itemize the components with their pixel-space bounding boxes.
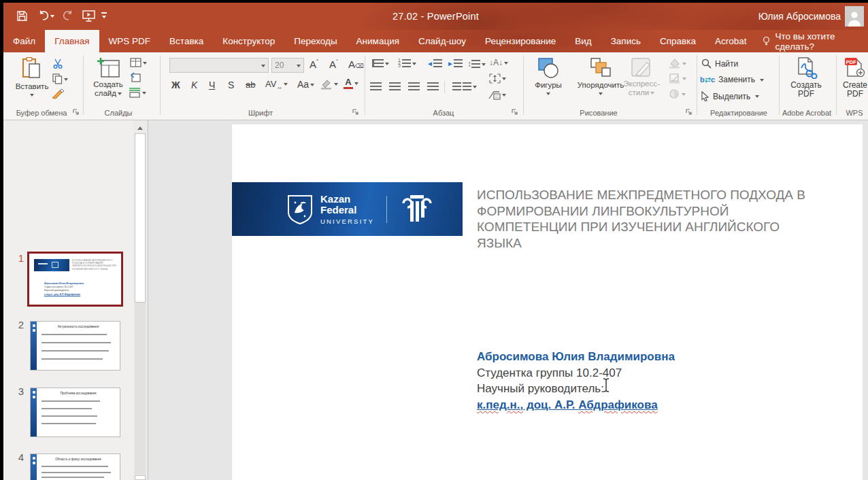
bold-button[interactable]: Ж bbox=[171, 80, 180, 90]
quick-styles-button[interactable]: Экспресс- стили bbox=[617, 57, 666, 97]
cursor-arrow-icon bbox=[701, 91, 710, 101]
thumb-design-bar bbox=[31, 322, 37, 370]
text-direction-button[interactable]: ↓A↓ bbox=[489, 58, 508, 67]
chevron-down-icon bbox=[143, 62, 147, 67]
kfu-banner[interactable]: Kazan Federal UNIVERSITY bbox=[232, 182, 463, 236]
scrollbar-bottom-piece[interactable] bbox=[135, 475, 146, 480]
ribbon: Вставить Буфер обмена Создать слайд bbox=[3, 52, 868, 120]
font-dialog-launcher[interactable] bbox=[352, 108, 361, 117]
tab-view[interactable]: Вид bbox=[565, 30, 601, 52]
slide-author-textbox[interactable]: Абросимова Юлия Владимировна Студентка г… bbox=[477, 349, 675, 413]
slide-canvas[interactable] bbox=[232, 124, 863, 480]
convert-to-smartart-button[interactable] bbox=[488, 90, 506, 100]
tab-home[interactable]: Главная bbox=[45, 30, 99, 52]
tab-design[interactable]: Конструктор bbox=[213, 30, 284, 52]
quick-styles-label-2: стили bbox=[629, 88, 655, 97]
chevron-down-icon bbox=[261, 65, 265, 69]
font-color-button[interactable]: А bbox=[344, 78, 358, 89]
font-size-value: 20 bbox=[275, 61, 284, 70]
lines-icon bbox=[471, 60, 480, 68]
scrollbar-up-button[interactable] bbox=[134, 123, 146, 133]
tab-insert[interactable]: Вставка bbox=[160, 30, 213, 52]
underline-button[interactable]: Ч bbox=[209, 80, 215, 90]
copy-button[interactable] bbox=[52, 73, 68, 84]
lines-icon bbox=[433, 59, 442, 67]
tab-record[interactable]: Запись bbox=[601, 30, 650, 52]
character-spacing-button[interactable]: AV ↔ bbox=[265, 79, 288, 89]
section-button[interactable] bbox=[129, 87, 146, 98]
select-button[interactable]: Выделить bbox=[701, 91, 759, 101]
increase-font-size-button[interactable]: Aˆ bbox=[310, 58, 318, 70]
tab-review[interactable]: Рецензирование bbox=[475, 30, 565, 52]
acrobat-group-label: Adobe Acrobat bbox=[779, 109, 835, 117]
line-spacing-button[interactable]: ↕ bbox=[467, 59, 486, 69]
new-slide-label-2: слайд bbox=[95, 89, 122, 98]
clipboard-dialog-launcher[interactable] bbox=[72, 108, 81, 117]
replace-button[interactable]: b⇄c Заменить bbox=[700, 75, 764, 84]
align-left-button[interactable] bbox=[370, 82, 382, 90]
smartart-icon bbox=[488, 90, 501, 100]
change-case-button[interactable]: Aa bbox=[297, 79, 314, 90]
increase-indent-button[interactable]: ► bbox=[447, 59, 463, 67]
scrollbar-track[interactable] bbox=[135, 303, 146, 475]
avatar[interactable] bbox=[845, 6, 864, 27]
section-icon bbox=[129, 87, 141, 98]
font-size-combobox[interactable]: 20 bbox=[271, 58, 304, 73]
shape-effects-button[interactable] bbox=[669, 88, 686, 99]
account-user-name[interactable]: Юлия Абросимова bbox=[758, 3, 841, 30]
drawing-dialog-launcher[interactable] bbox=[685, 108, 694, 117]
strikethrough-button[interactable]: ab bbox=[246, 80, 255, 90]
text-cursor-ibeam bbox=[603, 378, 610, 392]
tab-slideshow[interactable]: Слайд-шоу bbox=[409, 30, 475, 52]
align-text-button[interactable] bbox=[489, 73, 506, 84]
wps-create-pdf-button[interactable]: PDF Create PDF bbox=[839, 57, 868, 99]
tab-acrobat[interactable]: Acrobat bbox=[705, 30, 756, 52]
tab-animations[interactable]: Анимация bbox=[347, 30, 409, 52]
paste-button[interactable]: Вставить bbox=[14, 57, 50, 97]
thumbnail-slide-3[interactable]: Проблема исследования bbox=[30, 388, 120, 437]
shape-fill-button[interactable] bbox=[669, 58, 686, 69]
scrollbar-thumb[interactable] bbox=[135, 133, 146, 303]
text-shadow-button[interactable]: S bbox=[228, 80, 234, 90]
italic-button[interactable]: K bbox=[191, 80, 197, 90]
tab-file[interactable]: Файл bbox=[3, 30, 45, 52]
thumb4-title: Область и фокус исследования bbox=[39, 458, 118, 461]
paragraph-dialog-launcher[interactable] bbox=[511, 108, 520, 117]
align-right-button[interactable] bbox=[408, 82, 420, 90]
tell-me-box[interactable]: Что вы хотите сделать? bbox=[756, 30, 868, 52]
new-slide-button[interactable]: Создать слайд bbox=[89, 57, 127, 98]
decrease-font-size-button[interactable]: Aˇ bbox=[329, 58, 338, 70]
align-center-button[interactable] bbox=[389, 82, 401, 90]
shapes-icon bbox=[536, 57, 561, 79]
thumbnail-slide-1[interactable]: ИСПОЛЬЗОВАНИЕ МЕЖПРЕДМЕТНОГО ПОДХОДА В Ф… bbox=[27, 252, 123, 307]
acrobat-create-pdf-label-2: PDF bbox=[798, 90, 814, 99]
tab-wps-pdf[interactable]: WPS PDF bbox=[99, 30, 161, 52]
find-button[interactable]: Найти bbox=[701, 58, 738, 69]
font-name-combobox[interactable] bbox=[169, 58, 269, 73]
author-subtitle: Студентка группы 10.2-407 bbox=[477, 365, 675, 381]
shapes-button[interactable]: Фигуры bbox=[529, 57, 568, 96]
clear-formatting-button[interactable]: A⌫ bbox=[348, 58, 364, 70]
thumbnail-slide-4[interactable]: Область и фокус исследования bbox=[30, 453, 120, 480]
cut-button[interactable] bbox=[52, 58, 63, 69]
shape-outline-button[interactable] bbox=[669, 73, 686, 84]
person-icon bbox=[846, 9, 863, 27]
chevron-down-icon bbox=[502, 78, 506, 82]
justify-button[interactable] bbox=[427, 82, 439, 90]
reset-slide-button[interactable] bbox=[130, 72, 141, 82]
numbering-button[interactable]: 123 bbox=[398, 59, 416, 67]
bullets-button[interactable] bbox=[372, 59, 389, 67]
text-highlight-button[interactable] bbox=[320, 78, 338, 90]
acrobat-create-pdf-button[interactable]: Создать PDF bbox=[783, 57, 829, 99]
frame-edge bbox=[0, 0, 3, 480]
columns-button[interactable] bbox=[452, 82, 477, 90]
slide-title-textbox[interactable]: ИСПОЛЬЗОВАНИЕ МЕЖПРЕДМЕТНОГО ПОДХОДА В Ф… bbox=[477, 187, 820, 251]
thumbnail-slide-2[interactable]: Актуальность исследования bbox=[30, 321, 120, 371]
tab-transitions[interactable]: Переходы bbox=[284, 30, 346, 52]
format-painter-button[interactable] bbox=[51, 88, 65, 101]
decrease-indent-button[interactable]: ◄ bbox=[427, 59, 442, 67]
quick-styles-label-1: Экспресс- bbox=[623, 80, 660, 88]
slide-layout-button[interactable] bbox=[130, 58, 147, 67]
scissors-icon bbox=[52, 58, 63, 69]
tab-help[interactable]: Справка bbox=[650, 30, 705, 52]
